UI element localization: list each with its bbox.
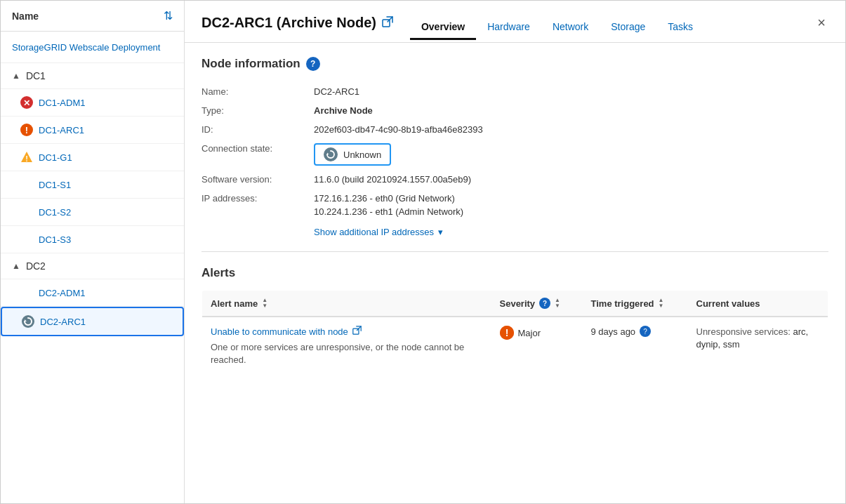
sidebar-header: Name ⇅ xyxy=(1,1,184,32)
node-info-title-text: Node information xyxy=(201,57,300,71)
show-additional-ip-link[interactable]: Show additional IP addresses ▾ xyxy=(314,227,828,237)
col-time-triggered: Time triggered ▲ ▼ xyxy=(583,291,688,317)
info-row-software: Software version: 11.6.0 (build 20210924… xyxy=(201,170,828,189)
tab-network[interactable]: Network xyxy=(541,15,600,40)
unknown-state-icon xyxy=(324,147,338,161)
node-info-help-icon[interactable]: ? xyxy=(306,57,320,71)
alert-time-cell: 9 days ago ? xyxy=(583,317,688,376)
sidebar-node-dc1-s1[interactable]: DC1-S1 xyxy=(1,171,184,199)
alerts-title: Alerts xyxy=(201,266,828,280)
col-alert-name: Alert name ▲ ▼ xyxy=(202,291,491,317)
sidebar-group-dc1-header[interactable]: ▲ DC1 xyxy=(1,63,184,89)
sidebar-sort-icon[interactable]: ⇅ xyxy=(164,9,173,22)
col-severity-sort[interactable]: ▲ ▼ xyxy=(555,298,560,309)
show-more-text: Show additional IP addresses xyxy=(314,227,434,237)
alert-description: One or more services are unresponsive, o… xyxy=(211,341,483,366)
sidebar-node-dc1-adm1[interactable]: ✕ DC1-ADM1 xyxy=(1,89,184,117)
severity-badge: ! Major xyxy=(500,326,574,340)
alert-current-values-cell: Unresponsive services: arc, dynip, ssm xyxy=(688,317,828,376)
col-alert-name-sort[interactable]: ▲ ▼ xyxy=(262,298,267,309)
sidebar-group-dc2-header[interactable]: ▲ DC2 xyxy=(1,253,184,279)
tab-storage[interactable]: Storage xyxy=(600,15,656,40)
dc1-arc1-link[interactable]: DC1-ARC1 xyxy=(39,125,84,135)
sidebar-node-dc1-arc1[interactable]: ! DC1-ARC1 xyxy=(1,117,184,144)
info-label-name: Name: xyxy=(201,86,314,97)
severity-major-icon: ! xyxy=(500,326,514,340)
alerts-section: Alerts Alert name ▲ ▼ xyxy=(201,266,828,376)
dc1-adm1-icon: ✕ xyxy=(20,96,33,109)
dc1-s3-icon xyxy=(20,233,33,246)
alert-name-cell: Unable to communicate with node One or m… xyxy=(202,317,491,376)
external-link-icon[interactable] xyxy=(382,16,393,30)
dc1-s3-link[interactable]: DC1-S3 xyxy=(39,234,71,245)
info-row-id: ID: 202ef603-db47-4c90-8b19-afba46e82393 xyxy=(201,120,828,139)
ip-addresses-list: 172.16.1.236 - eth0 (Grid Network) 10.22… xyxy=(314,193,463,217)
dc1-g1-link[interactable]: DC1-G1 xyxy=(39,152,72,163)
info-row-ip: IP addresses: 172.16.1.236 - eth0 (Grid … xyxy=(201,189,828,221)
col-time-label: Time triggered xyxy=(591,298,654,309)
time-triggered-text: 9 days ago xyxy=(591,326,636,337)
info-value-software: 11.6.0 (build 20210924.1557.00a5eb9) xyxy=(314,174,828,185)
current-values: Unresponsive services: arc, dynip, ssm xyxy=(696,326,820,351)
svg-text:✕: ✕ xyxy=(23,98,30,108)
dc2-arc1-icon xyxy=(22,315,34,328)
section-divider xyxy=(201,251,828,252)
sidebar-node-dc1-s2[interactable]: DC1-S2 xyxy=(1,199,184,226)
alert-name-text: Unable to communicate with node xyxy=(211,326,348,337)
info-value-connection-state: Unknown xyxy=(314,143,391,166)
alert-severity-cell: ! Major xyxy=(491,317,583,376)
svg-point-6 xyxy=(22,315,34,328)
chevron-down-icon: ▾ xyxy=(438,227,443,237)
dc1-arc1-icon: ! xyxy=(20,124,33,136)
dc1-adm1-link[interactable]: DC1-ADM1 xyxy=(39,98,85,108)
main-title-text: DC2-ARC1 (Archive Node) xyxy=(201,15,376,31)
info-value-id: 202ef603-db47-4c90-8b19-afba46e82393 xyxy=(314,124,828,135)
sidebar: Name ⇅ StorageGRID Webscale Deployment ▲… xyxy=(1,1,185,503)
main-content: Node information ? Name: DC2-ARC1 Type: … xyxy=(185,43,845,503)
main-title: DC2-ARC1 (Archive Node) xyxy=(201,15,393,31)
info-label-id: ID: xyxy=(201,124,314,135)
dc2-arc1-link[interactable]: DC2-ARC1 xyxy=(40,317,86,327)
severity-help-icon[interactable]: ? xyxy=(539,298,550,309)
tab-tasks[interactable]: Tasks xyxy=(656,15,704,40)
time-help-icon[interactable]: ? xyxy=(640,326,651,337)
sidebar-node-dc1-s3[interactable]: DC1-S3 xyxy=(1,226,184,253)
col-current-values-label: Current values xyxy=(696,298,760,309)
connection-state-text: Unknown xyxy=(343,150,381,160)
info-label-ip: IP addresses: xyxy=(201,193,314,204)
dc1-s2-link[interactable]: DC1-S2 xyxy=(39,207,71,218)
col-time-sort[interactable]: ▲ ▼ xyxy=(659,298,664,309)
dc2-label: DC2 xyxy=(26,260,46,272)
dc1-g1-icon: ! xyxy=(20,151,33,164)
tab-hardware[interactable]: Hardware xyxy=(476,15,541,40)
dc2-adm1-icon xyxy=(20,286,33,299)
sidebar-name-label: Name xyxy=(12,11,39,22)
sidebar-node-dc1-g1[interactable]: ! DC1-G1 xyxy=(1,144,184,171)
sidebar-deployment: StorageGRID Webscale Deployment xyxy=(1,32,184,63)
dc2-adm1-link[interactable]: DC2-ADM1 xyxy=(39,288,85,298)
col-alert-name-label: Alert name xyxy=(211,298,258,309)
dc1-expand-icon: ▲ xyxy=(12,71,20,81)
connection-state-box: Unknown xyxy=(314,143,391,166)
tab-overview[interactable]: Overview xyxy=(410,15,476,40)
svg-text:!: ! xyxy=(25,154,28,163)
alert-external-link-icon xyxy=(352,326,362,337)
severity-label: Major xyxy=(518,328,541,338)
sidebar-node-dc2-arc1[interactable]: DC2-ARC1 xyxy=(1,307,184,336)
dc1-label: DC1 xyxy=(26,70,46,81)
col-current-values: Current values xyxy=(688,291,828,317)
info-label-type: Type: xyxy=(201,105,314,116)
main-panel: DC2-ARC1 (Archive Node) Overview Hardwar… xyxy=(185,1,845,503)
dc1-s1-link[interactable]: DC1-S1 xyxy=(39,180,71,190)
deployment-link[interactable]: StorageGRID Webscale Deployment xyxy=(12,42,160,53)
current-values-label: Unresponsive services: xyxy=(696,326,791,337)
dc2-expand-icon: ▲ xyxy=(12,261,20,271)
time-triggered: 9 days ago ? xyxy=(591,326,680,337)
info-row-connection-state: Connection state: Unknown xyxy=(201,139,828,170)
close-button[interactable]: × xyxy=(814,12,828,34)
sidebar-node-dc2-adm1[interactable]: DC2-ADM1 xyxy=(1,279,184,307)
alert-name-link[interactable]: Unable to communicate with node xyxy=(211,326,483,337)
sidebar-group-dc2: ▲ DC2 DC2-ADM1 DC2-ARC1 xyxy=(1,253,184,336)
ip-line-0: 172.16.1.236 - eth0 (Grid Network) xyxy=(314,193,463,204)
sidebar-group-dc1: ▲ DC1 ✕ DC1-ADM1 ! DC1-ARC1 ! DC1-G1 xyxy=(1,63,184,253)
